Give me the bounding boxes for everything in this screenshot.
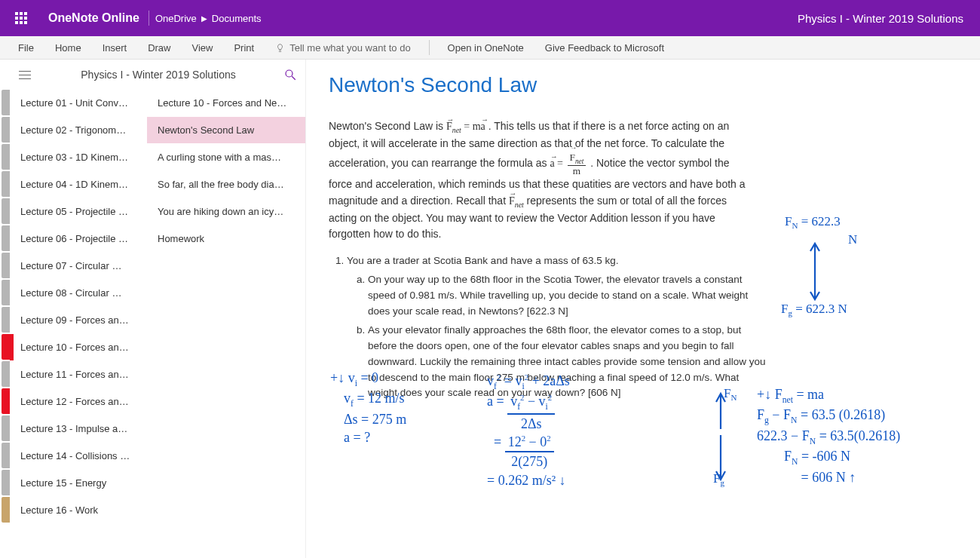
feedback-link[interactable]: Give Feedback to Microsoft (534, 36, 675, 60)
section-color-tab[interactable] (2, 117, 10, 143)
section-item[interactable]: Lecture 03 - 1D Kinem… (10, 144, 147, 171)
svg-line-1 (292, 76, 296, 80)
equation-fnet-ma: Fnet = ma (446, 121, 485, 132)
section-color-tab[interactable] (2, 171, 10, 197)
tab-draw[interactable]: Draw (137, 36, 181, 60)
app-launcher-icon[interactable] (3, 0, 39, 36)
page-item[interactable]: Lecture 10 - Forces and Ne… (147, 90, 305, 117)
intro-paragraph[interactable]: Newton's Second Law is Fnet = ma . This … (329, 118, 751, 243)
problem-1-stem: You are a trader at Scotia Bank and have… (347, 255, 618, 266)
page-item[interactable]: Homework (147, 225, 305, 253)
tab-home[interactable]: Home (44, 36, 92, 60)
ink-fg-label: Fg (713, 471, 724, 489)
page-item[interactable]: So far, all the free body dia… (147, 171, 305, 198)
section-color-tab[interactable] (2, 253, 10, 278)
search-icon[interactable] (280, 64, 301, 85)
section-color-tab[interactable] (2, 307, 10, 333)
app-name[interactable]: OneNote Online (39, 11, 149, 26)
section-item[interactable]: Lecture 16 - Work (10, 497, 147, 524)
page-item[interactable]: Newton's Second Law (147, 117, 305, 144)
open-in-onenote-link[interactable]: Open in OneNote (437, 36, 534, 60)
tell-me-search[interactable]: Tell me what you want to do (265, 41, 421, 54)
section-color-tab[interactable] (2, 497, 10, 523)
section-item[interactable]: Lecture 15 - Energy (10, 470, 147, 497)
chevron-right-icon: ▶ (201, 14, 207, 23)
section-color-tab[interactable] (2, 361, 10, 387)
section-item[interactable]: Lecture 02 - Trigonom… (10, 117, 147, 144)
hamburger-icon[interactable] (19, 66, 37, 84)
breadcrumb-root[interactable]: OneDrive (155, 13, 197, 24)
main: Physics I - Winter 2019 Solutions Lectur… (0, 60, 980, 558)
section-item[interactable]: Lecture 13 - Impulse a… (10, 415, 147, 443)
breadcrumb[interactable]: OneDrive ▶ Documents (155, 13, 262, 24)
section-item[interactable]: Lecture 05 - Projectile … (10, 198, 147, 225)
section-item[interactable]: Lecture 06 - Projectile … (10, 225, 147, 253)
ink-force-arrows-top (804, 238, 826, 305)
page-item[interactable]: You are hiking down an icy… (147, 198, 305, 225)
problem-1[interactable]: You are a trader at Scotia Bank and have… (347, 253, 766, 401)
section-color-tab[interactable] (2, 90, 10, 115)
tab-print[interactable]: Print (223, 36, 265, 60)
section-color-tab[interactable] (2, 144, 10, 170)
section-color-rail (0, 60, 10, 558)
section-item[interactable]: Lecture 01 - Unit Conv… (10, 90, 147, 117)
section-color-tab[interactable] (2, 388, 10, 414)
section-color-tab[interactable] (2, 470, 10, 495)
notebook-nav: Physics I - Winter 2019 Solutions Lectur… (10, 60, 306, 558)
section-color-tab[interactable] (2, 225, 10, 251)
ink-a-result: = 0.262 m/s² ↓ (487, 473, 566, 488)
sections-list[interactable]: Lecture 01 - Unit Conv…Lecture 02 - Trig… (10, 90, 147, 558)
tab-insert[interactable]: Insert (92, 36, 138, 60)
ink-fg-value: Fg = 622.3 N (781, 301, 847, 319)
ink-fn-value: FN = 622.3N (785, 213, 857, 249)
section-color-tab[interactable] (2, 280, 10, 305)
intro-text-1a: Newton's Second Law is (329, 120, 446, 132)
problem-list[interactable]: You are a trader at Scotia Bank and have… (329, 253, 766, 401)
symbol-fnet: Fnet (509, 195, 524, 207)
page-content[interactable]: Newton's Second Law Newton's Second Law … (306, 60, 980, 558)
section-item[interactable]: Lecture 04 - 1D Kinem… (10, 171, 147, 198)
ink-newton-solve: +↓ Fnet = ma Fg − FN = 63.5 (0.2618) 622… (757, 385, 900, 486)
problem-1b[interactable]: As your elevator finally approaches the … (368, 323, 766, 402)
svg-point-0 (286, 70, 292, 77)
section-item[interactable]: Lecture 07 - Circular … (10, 253, 147, 280)
section-color-tab[interactable] (2, 334, 10, 360)
breadcrumb-leaf[interactable]: Documents (212, 13, 262, 24)
page-title[interactable]: Newton's Second Law (329, 73, 965, 97)
page-item[interactable]: A curling stone with a mas… (147, 144, 305, 171)
nav-header: Physics I - Winter 2019 Solutions (10, 60, 305, 90)
problem-1a[interactable]: On your way up to the 68th floor in the … (368, 272, 766, 320)
app-header: OneNote Online OneDrive ▶ Documents Phys… (0, 0, 980, 36)
equation-a-fnet-over-m: a = Fnetm (550, 158, 587, 169)
document-title[interactable]: Physics I - Winter 2019 Solutions (798, 12, 977, 25)
section-color-tab[interactable] (2, 198, 10, 224)
section-color-tab[interactable] (2, 443, 10, 468)
tab-view[interactable]: View (182, 36, 224, 60)
pages-list[interactable]: Lecture 10 - Forces and Ne…Newton's Seco… (147, 90, 305, 558)
section-item[interactable]: Lecture 14 - Collisions … (10, 443, 147, 470)
ribbon: File Home Insert Draw View Print Tell me… (0, 36, 980, 60)
section-item[interactable]: Lecture 10 - Forces an… (10, 334, 147, 361)
section-item[interactable]: Lecture 12 - Forces an… (10, 388, 147, 415)
notebook-title[interactable]: Physics I - Winter 2019 Solutions (37, 69, 280, 81)
divider (429, 40, 430, 55)
section-item[interactable]: Lecture 09 - Forces an… (10, 307, 147, 334)
section-item[interactable]: Lecture 11 - Forces an… (10, 361, 147, 388)
tab-file[interactable]: File (8, 36, 44, 60)
section-item[interactable]: Lecture 08 - Circular … (10, 280, 147, 307)
section-color-tab[interactable] (2, 415, 10, 441)
lightbulb-icon (275, 41, 285, 54)
tell-me-placeholder: Tell me what you want to do (289, 42, 410, 54)
